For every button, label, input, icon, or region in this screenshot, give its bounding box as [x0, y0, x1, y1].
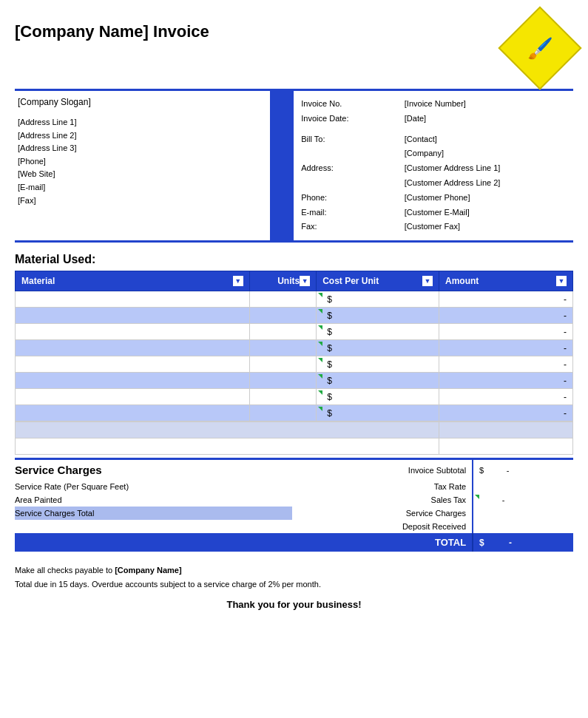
invoice-no-value: [Invoice Number]	[405, 97, 570, 112]
address-line-2: [Address Line 2]	[18, 129, 267, 143]
email: [E-mail]	[18, 181, 267, 194]
logo-container: 🖌️	[507, 15, 573, 81]
sales-tax-value: -	[473, 493, 573, 507]
bill-to-company: [Company]	[405, 146, 570, 161]
total-row: TOTAL $ -	[15, 533, 573, 552]
units-dropdown-icon[interactable]: ▼	[300, 276, 310, 286]
total-spacer	[15, 533, 292, 552]
logo-icon: 🖌️	[527, 36, 553, 61]
deposit-spacer	[15, 520, 292, 533]
invoice-subtotal-value: $ -	[473, 459, 573, 481]
area-painted-row: Area Painted Sales Tax -	[15, 493, 573, 507]
phone-label: Phone:	[301, 191, 399, 206]
service-charges-right-value	[473, 507, 573, 520]
service-header-row: Service Charges Invoice Subtotal $ -	[15, 459, 573, 481]
empty-rows-table	[15, 421, 573, 455]
empty-row-2	[16, 438, 573, 455]
service-charges-right-label: Service Charges	[292, 507, 473, 520]
cost-dropdown-icon[interactable]: ▼	[422, 276, 433, 286]
service-charges-total-label: Service Charges Total	[15, 507, 292, 520]
fax-label: Fax:	[301, 220, 399, 234]
total-value: $ -	[473, 533, 573, 552]
invoice-no-label: Invoice No.	[301, 97, 399, 112]
material-dropdown-icon[interactable]: ▼	[233, 276, 243, 286]
service-rate-row: Service Rate (Per Square Feet) Tax Rate	[15, 480, 573, 493]
bottom-combined-table: Service Charges Invoice Subtotal $ - Ser…	[15, 458, 573, 552]
tax-rate-value	[473, 480, 573, 493]
info-labels: Invoice No. Invoice Date: Bill To: Addre…	[294, 91, 402, 240]
footer-notes: Make all checks payable to [Company Name…	[15, 563, 573, 591]
total-label: TOTAL	[292, 533, 473, 552]
bill-to-contact: [Contact]	[405, 132, 570, 147]
info-values: [Invoice Number] [Date] [Contact] [Compa…	[402, 91, 573, 240]
bill-to-label: Bill To:	[301, 132, 399, 147]
customer-address-1: [Customer Address Line 1]	[405, 161, 570, 176]
footer-note-1: Make all checks payable to [Company Name…	[15, 563, 573, 578]
slogan: [Company Slogan]	[18, 97, 267, 107]
customer-email: [Customer E-Mail]	[405, 206, 570, 220]
table-row[interactable]: $ -	[16, 373, 573, 389]
table-row[interactable]: $ -	[16, 308, 573, 324]
service-rate-label: Service Rate (Per Square Feet)	[15, 480, 292, 493]
address-label: Address:	[301, 161, 399, 176]
spacer1	[301, 146, 399, 161]
deposit-value	[473, 520, 573, 533]
col-units[interactable]: Units ▼	[249, 271, 316, 291]
footer-thanks: Thank you for your business!	[15, 599, 573, 610]
email-label: E-mail:	[301, 206, 399, 220]
table-row[interactable]: $ -	[16, 340, 573, 356]
table-row[interactable]: $ -	[16, 389, 573, 405]
spacer2	[301, 176, 399, 191]
table-row[interactable]: $ -	[16, 291, 573, 308]
footer-note-2: Total due in 15 days. Overdue accounts s…	[15, 578, 573, 592]
fax: [Fax]	[18, 194, 267, 208]
blue-separator	[272, 91, 294, 240]
table-header: Material ▼ Units ▼ Cost Per Unit ▼ Amoun…	[16, 271, 573, 291]
material-section-title: Material Used:	[15, 253, 573, 266]
amount-dropdown-icon[interactable]: ▼	[556, 276, 567, 286]
customer-phone: [Customer Phone]	[405, 191, 570, 206]
col-amount[interactable]: Amount ▼	[439, 271, 573, 291]
invoice-date-value: [Date]	[405, 112, 570, 126]
address-line-1: [Address Line 1]	[18, 116, 267, 129]
service-charges-title: Service Charges	[15, 459, 292, 481]
customer-fax: [Customer Fax]	[405, 220, 570, 234]
empty-row-1	[16, 422, 573, 438]
deposit-label: Deposit Received	[292, 520, 473, 533]
col-material[interactable]: Material ▼	[16, 271, 250, 291]
invoice-subtotal-label: Invoice Subtotal	[292, 459, 473, 481]
header: [Company Name] Invoice 🖌️	[15, 15, 573, 81]
table-row[interactable]: $ -	[16, 324, 573, 340]
info-left: [Company Slogan] [Address Line 1] [Addre…	[15, 91, 272, 240]
company-title: [Company Name] Invoice	[15, 22, 209, 41]
service-charges-total-row: Service Charges Total Service Charges	[15, 507, 573, 520]
tax-rate-label: Tax Rate	[292, 480, 473, 493]
deposit-received-row: Deposit Received	[15, 520, 573, 533]
table-row[interactable]: $ -	[16, 356, 573, 373]
area-painted-label: Area Painted	[15, 493, 292, 507]
customer-address-2: [Customer Address Line 2]	[405, 176, 570, 191]
website: [Web Site]	[18, 168, 267, 181]
table-row[interactable]: $ -	[16, 405, 573, 421]
sales-tax-label: Sales Tax	[292, 493, 473, 507]
col-cost[interactable]: Cost Per Unit ▼	[317, 271, 439, 291]
material-table: Material ▼ Units ▼ Cost Per Unit ▼ Amoun…	[15, 271, 573, 421]
phone: [Phone]	[18, 155, 267, 169]
logo-diamond: 🖌️	[498, 6, 581, 89]
invoice-date-label: Invoice Date:	[301, 112, 399, 126]
info-section: [Company Slogan] [Address Line 1] [Addre…	[15, 91, 573, 243]
address-line-3: [Address Line 3]	[18, 142, 267, 155]
